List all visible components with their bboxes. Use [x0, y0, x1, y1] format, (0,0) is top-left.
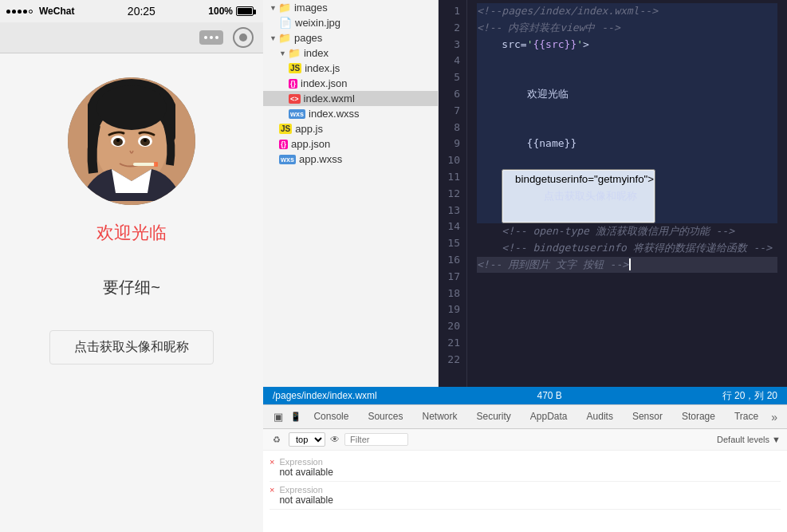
tree-item[interactable]: {}index.json: [263, 76, 438, 91]
tree-arrow: ▼: [279, 49, 286, 57]
console-error-symbol: ×: [270, 485, 274, 495]
console-expression-label: Expression: [279, 485, 333, 495]
avatar: [68, 77, 195, 205]
file-tree: ▼📁images📄weixin.jpg▼📁pages▼📁indexJSindex…: [263, 0, 439, 387]
code-line: [477, 103, 777, 120]
devtools-tab-appdata[interactable]: AppData: [521, 405, 577, 428]
line-number: 7: [445, 103, 460, 120]
svg-rect-13: [154, 162, 158, 167]
signal-dots: [6, 10, 33, 14]
code-editor[interactable]: 12345678910111213141516171819202122 <!--…: [439, 0, 787, 387]
console-error-symbol: ×: [270, 457, 274, 467]
tree-arrow: ▼: [270, 4, 277, 12]
console-ban-icon[interactable]: ♻: [270, 432, 284, 447]
devtools-tab-audits[interactable]: Audits: [577, 405, 623, 428]
devtools-tab-sources[interactable]: Sources: [358, 405, 412, 428]
code-line: [503, 205, 654, 222]
line-number: 16: [445, 252, 460, 269]
right-panel: ▼📁images📄weixin.jpg▼📁pages▼📁indexJSindex…: [263, 0, 787, 532]
js-file-icon: JS: [289, 63, 301, 73]
code-line: <!-- bindgetuserinfo 将获得的数据传递给函数 -->: [477, 240, 777, 257]
tree-label: app.js: [295, 123, 323, 135]
line-number: 14: [445, 219, 460, 235]
line-number: 19: [445, 301, 460, 318]
toolbar-menu-dots[interactable]: [199, 30, 223, 45]
tree-item[interactable]: ▼📁pages: [263, 30, 438, 45]
tree-item[interactable]: wxsapp.wxss: [263, 152, 438, 167]
devtools-tab-console[interactable]: Console: [304, 405, 358, 428]
console-expression-label: Expression: [279, 457, 333, 467]
code-line: bindgetuserinfo="getmyinfo"> 点击获取头像和昵称: [477, 169, 777, 223]
tree-label: pages: [294, 32, 322, 44]
battery-percent: 100%: [208, 6, 233, 17]
console-row: × Expression not available: [270, 482, 781, 510]
signal-dot-4: [23, 10, 27, 14]
tree-item[interactable]: wxsindex.wxss: [263, 106, 438, 121]
devtools-more-tabs-icon[interactable]: »: [768, 411, 781, 424]
status-left: WeChat: [6, 6, 74, 17]
phone-status-bar: WeChat 20:25 100%: [0, 0, 263, 22]
console-row: × Expression not available: [270, 454, 781, 482]
avatar-image: [68, 77, 195, 205]
phone-panel: WeChat 20:25 100%: [0, 0, 263, 532]
code-line: {{name}}: [477, 136, 777, 152]
console-context-select[interactable]: top: [289, 432, 325, 447]
tree-label: app.wxss: [299, 153, 342, 165]
menu-dot-3: [215, 36, 218, 39]
wxml-file-icon: <>: [289, 94, 301, 104]
code-line: <!--pages/index/index.wxml-->: [477, 3, 777, 20]
signal-dot-3: [18, 10, 22, 14]
svg-rect-12: [133, 163, 155, 166]
console-row-content: Expression not available: [279, 457, 333, 478]
carrier-label: WeChat: [39, 6, 74, 17]
js-file-icon: JS: [279, 124, 292, 134]
devtools-tab-network[interactable]: Network: [412, 405, 466, 428]
line-number: 13: [445, 203, 460, 219]
tree-label: index.json: [301, 77, 348, 89]
code-line: <!-- 内容封装在view中 -->: [477, 20, 777, 37]
line-numbers: 12345678910111213141516171819202122: [439, 0, 467, 387]
folder-icon: 📁: [288, 47, 301, 59]
tree-label: index.wxss: [309, 108, 360, 120]
svg-point-10: [116, 139, 120, 142]
devtools-device-icon[interactable]: 📱: [287, 408, 305, 426]
line-number: 6: [445, 86, 460, 103]
devtools-inspect-icon[interactable]: ▣: [270, 408, 287, 426]
console-filter-input[interactable]: [344, 433, 408, 446]
status-right: 100%: [208, 6, 254, 17]
get-avatar-button[interactable]: 点击获取头像和昵称: [49, 330, 214, 365]
code-line: [477, 69, 777, 86]
code-line: <!-- open-type 激活获取微信用户的功能 -->: [477, 223, 777, 240]
folder-icon: 📁: [278, 32, 291, 44]
line-number: 3: [445, 37, 460, 53]
tree-item[interactable]: ▼📁index: [263, 45, 438, 61]
code-line: src='{{src}}'>: [477, 37, 777, 53]
signal-dot-1: [6, 10, 10, 14]
json-file-icon: {}: [279, 140, 288, 149]
devtools-tab-trace[interactable]: Trace: [725, 405, 768, 428]
devtools-tab-sensor[interactable]: Sensor: [623, 405, 672, 428]
tree-label: index: [304, 47, 329, 59]
console-levels-dropdown[interactable]: Default levels ▼: [717, 435, 781, 444]
toolbar-circle-btn[interactable]: [233, 27, 254, 48]
tree-item[interactable]: 📄weixin.jpg: [263, 15, 438, 30]
battery-icon: [236, 6, 254, 16]
line-number: 4: [445, 53, 460, 69]
console-eye-icon[interactable]: 👁: [330, 434, 340, 445]
code-line: [477, 120, 777, 136]
tree-item[interactable]: ▼📁images: [263, 0, 438, 15]
editor-main: 12345678910111213141516171819202122 <!--…: [439, 0, 787, 387]
devtools-tab-storage[interactable]: Storage: [672, 405, 725, 428]
tree-item[interactable]: <>index.wxml: [263, 91, 438, 106]
tree-arrow: ▼: [270, 34, 277, 42]
tree-item[interactable]: {}app.json: [263, 136, 438, 152]
detail-text: 要仔细~: [103, 277, 160, 298]
tree-item[interactable]: JSapp.js: [263, 121, 438, 136]
welcome-text: 欢迎光临: [96, 221, 167, 245]
tree-item[interactable]: JSindex.js: [263, 61, 438, 76]
status-time: 20:25: [128, 5, 155, 18]
code-lines[interactable]: <!--pages/index/index.wxml--><!-- 内容封装在v…: [467, 0, 787, 387]
code-line: 欢迎光临: [477, 86, 777, 103]
line-number: 9: [445, 136, 460, 152]
devtools-tab-security[interactable]: Security: [466, 405, 520, 428]
